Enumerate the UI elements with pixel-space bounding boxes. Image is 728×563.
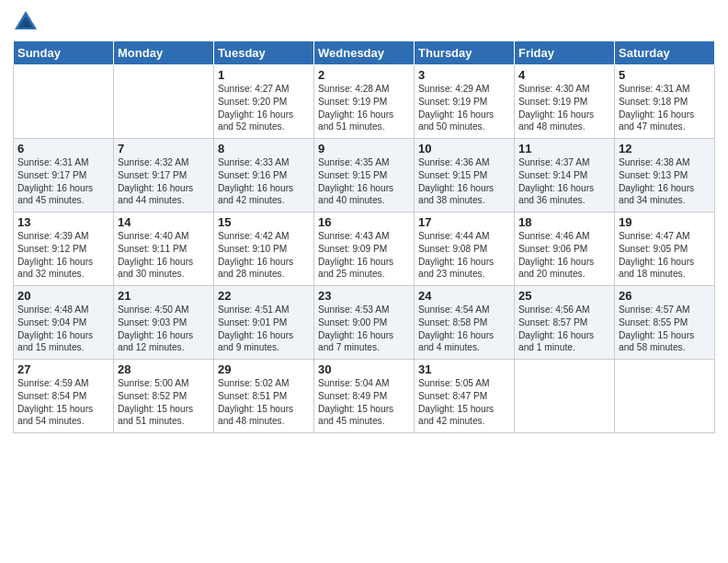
day-number: 18 bbox=[518, 215, 610, 229]
day-number: 6 bbox=[17, 142, 109, 155]
calendar-cell: 11Sunrise: 4:37 AM Sunset: 9:14 PM Dayli… bbox=[515, 139, 615, 213]
day-number: 25 bbox=[518, 289, 610, 303]
calendar-cell: 18Sunrise: 4:46 AM Sunset: 9:06 PM Dayli… bbox=[515, 213, 615, 286]
day-number: 29 bbox=[218, 362, 310, 376]
cell-info: Sunrise: 4:53 AM Sunset: 9:00 PM Dayligh… bbox=[318, 304, 410, 354]
cell-info: Sunrise: 4:44 AM Sunset: 9:08 PM Dayligh… bbox=[418, 230, 510, 281]
day-number: 7 bbox=[118, 142, 210, 155]
day-number: 28 bbox=[118, 362, 210, 376]
calendar-week-row: 1Sunrise: 4:27 AM Sunset: 9:20 PM Daylig… bbox=[14, 65, 715, 139]
calendar-cell: 5Sunrise: 4:31 AM Sunset: 9:18 PM Daylig… bbox=[615, 65, 715, 139]
cell-info: Sunrise: 4:50 AM Sunset: 9:03 PM Dayligh… bbox=[118, 304, 210, 354]
calendar-cell: 27Sunrise: 4:59 AM Sunset: 8:54 PM Dayli… bbox=[14, 360, 114, 433]
day-number: 2 bbox=[318, 68, 410, 82]
calendar-cell: 23Sunrise: 4:53 AM Sunset: 9:00 PM Dayli… bbox=[314, 286, 415, 360]
day-number: 1 bbox=[218, 68, 310, 82]
cell-info: Sunrise: 4:47 AM Sunset: 9:05 PM Dayligh… bbox=[619, 230, 711, 281]
calendar-cell: 31Sunrise: 5:05 AM Sunset: 8:47 PM Dayli… bbox=[415, 360, 515, 433]
day-number: 20 bbox=[17, 289, 109, 303]
cell-info: Sunrise: 4:38 AM Sunset: 9:13 PM Dayligh… bbox=[619, 156, 711, 207]
calendar-cell: 6Sunrise: 4:31 AM Sunset: 9:17 PM Daylig… bbox=[14, 139, 114, 213]
cell-info: Sunrise: 5:04 AM Sunset: 8:49 PM Dayligh… bbox=[318, 377, 410, 428]
calendar-cell: 4Sunrise: 4:30 AM Sunset: 9:19 PM Daylig… bbox=[515, 65, 615, 139]
day-number: 23 bbox=[318, 289, 410, 303]
day-number: 30 bbox=[318, 362, 410, 376]
calendar-table: SundayMondayTuesdayWednesdayThursdayFrid… bbox=[13, 40, 715, 433]
cell-info: Sunrise: 4:31 AM Sunset: 9:18 PM Dayligh… bbox=[619, 83, 711, 133]
calendar-cell: 13Sunrise: 4:39 AM Sunset: 9:12 PM Dayli… bbox=[14, 213, 114, 286]
day-number: 9 bbox=[318, 142, 410, 155]
cell-info: Sunrise: 4:32 AM Sunset: 9:17 PM Dayligh… bbox=[118, 156, 210, 207]
calendar-cell: 1Sunrise: 4:27 AM Sunset: 9:20 PM Daylig… bbox=[214, 65, 314, 139]
day-number: 15 bbox=[218, 215, 310, 229]
calendar-day-header: Saturday bbox=[615, 41, 715, 65]
cell-info: Sunrise: 4:29 AM Sunset: 9:19 PM Dayligh… bbox=[418, 83, 510, 133]
calendar-cell: 19Sunrise: 4:47 AM Sunset: 9:05 PM Dayli… bbox=[615, 213, 715, 286]
day-number: 5 bbox=[619, 68, 711, 82]
calendar-day-header: Wednesday bbox=[314, 41, 415, 65]
day-number: 21 bbox=[118, 289, 210, 303]
calendar-cell: 30Sunrise: 5:04 AM Sunset: 8:49 PM Dayli… bbox=[314, 360, 415, 433]
calendar-cell: 29Sunrise: 5:02 AM Sunset: 8:51 PM Dayli… bbox=[214, 360, 314, 433]
cell-info: Sunrise: 4:28 AM Sunset: 9:19 PM Dayligh… bbox=[318, 83, 410, 133]
day-number: 22 bbox=[218, 289, 310, 303]
cell-info: Sunrise: 4:59 AM Sunset: 8:54 PM Dayligh… bbox=[17, 377, 109, 428]
calendar-cell: 7Sunrise: 4:32 AM Sunset: 9:17 PM Daylig… bbox=[114, 139, 214, 213]
calendar-cell: 20Sunrise: 4:48 AM Sunset: 9:04 PM Dayli… bbox=[14, 286, 114, 360]
cell-info: Sunrise: 4:37 AM Sunset: 9:14 PM Dayligh… bbox=[518, 156, 610, 207]
calendar-cell: 14Sunrise: 4:40 AM Sunset: 9:11 PM Dayli… bbox=[114, 213, 214, 286]
day-number: 8 bbox=[218, 142, 310, 155]
calendar-cell: 16Sunrise: 4:43 AM Sunset: 9:09 PM Dayli… bbox=[314, 213, 415, 286]
cell-info: Sunrise: 5:02 AM Sunset: 8:51 PM Dayligh… bbox=[218, 377, 310, 428]
calendar-cell bbox=[515, 360, 615, 433]
calendar-day-header: Monday bbox=[114, 41, 214, 65]
calendar-cell: 25Sunrise: 4:56 AM Sunset: 8:57 PM Dayli… bbox=[515, 286, 615, 360]
cell-info: Sunrise: 4:54 AM Sunset: 8:58 PM Dayligh… bbox=[418, 304, 510, 354]
cell-info: Sunrise: 4:40 AM Sunset: 9:11 PM Dayligh… bbox=[118, 230, 210, 281]
day-number: 26 bbox=[619, 289, 711, 303]
calendar-cell: 26Sunrise: 4:57 AM Sunset: 8:55 PM Dayli… bbox=[615, 286, 715, 360]
calendar-cell: 22Sunrise: 4:51 AM Sunset: 9:01 PM Dayli… bbox=[214, 286, 314, 360]
logo bbox=[13, 9, 42, 35]
calendar-day-header: Sunday bbox=[14, 41, 114, 65]
cell-info: Sunrise: 5:00 AM Sunset: 8:52 PM Dayligh… bbox=[118, 377, 210, 428]
cell-info: Sunrise: 4:56 AM Sunset: 8:57 PM Dayligh… bbox=[518, 304, 610, 354]
day-number: 24 bbox=[418, 289, 510, 303]
day-number: 12 bbox=[619, 142, 711, 155]
cell-info: Sunrise: 4:43 AM Sunset: 9:09 PM Dayligh… bbox=[318, 230, 410, 281]
calendar-day-header: Friday bbox=[515, 41, 615, 65]
cell-info: Sunrise: 4:33 AM Sunset: 9:16 PM Dayligh… bbox=[218, 156, 310, 207]
calendar-day-header: Thursday bbox=[415, 41, 515, 65]
day-number: 11 bbox=[518, 142, 610, 155]
calendar-week-row: 13Sunrise: 4:39 AM Sunset: 9:12 PM Dayli… bbox=[14, 213, 715, 286]
calendar-cell: 28Sunrise: 5:00 AM Sunset: 8:52 PM Dayli… bbox=[114, 360, 214, 433]
cell-info: Sunrise: 4:27 AM Sunset: 9:20 PM Dayligh… bbox=[218, 83, 310, 133]
day-number: 10 bbox=[418, 142, 510, 155]
cell-info: Sunrise: 4:51 AM Sunset: 9:01 PM Dayligh… bbox=[218, 304, 310, 354]
cell-info: Sunrise: 4:48 AM Sunset: 9:04 PM Dayligh… bbox=[17, 304, 109, 354]
day-number: 16 bbox=[318, 215, 410, 229]
calendar-day-header: Tuesday bbox=[214, 41, 314, 65]
calendar-cell: 9Sunrise: 4:35 AM Sunset: 9:15 PM Daylig… bbox=[314, 139, 415, 213]
calendar-week-row: 6Sunrise: 4:31 AM Sunset: 9:17 PM Daylig… bbox=[14, 139, 715, 213]
calendar-cell: 10Sunrise: 4:36 AM Sunset: 9:15 PM Dayli… bbox=[415, 139, 515, 213]
calendar-cell: 21Sunrise: 4:50 AM Sunset: 9:03 PM Dayli… bbox=[114, 286, 214, 360]
calendar-week-row: 27Sunrise: 4:59 AM Sunset: 8:54 PM Dayli… bbox=[14, 360, 715, 433]
day-number: 4 bbox=[518, 68, 610, 82]
day-number: 27 bbox=[17, 362, 109, 376]
day-number: 31 bbox=[418, 362, 510, 376]
cell-info: Sunrise: 5:05 AM Sunset: 8:47 PM Dayligh… bbox=[418, 377, 510, 428]
calendar-cell: 2Sunrise: 4:28 AM Sunset: 9:19 PM Daylig… bbox=[314, 65, 415, 139]
cell-info: Sunrise: 4:42 AM Sunset: 9:10 PM Dayligh… bbox=[218, 230, 310, 281]
cell-info: Sunrise: 4:39 AM Sunset: 9:12 PM Dayligh… bbox=[17, 230, 109, 281]
calendar-cell: 12Sunrise: 4:38 AM Sunset: 9:13 PM Dayli… bbox=[615, 139, 715, 213]
day-number: 14 bbox=[118, 215, 210, 229]
cell-info: Sunrise: 4:36 AM Sunset: 9:15 PM Dayligh… bbox=[418, 156, 510, 207]
calendar-cell: 15Sunrise: 4:42 AM Sunset: 9:10 PM Dayli… bbox=[214, 213, 314, 286]
calendar-cell bbox=[114, 65, 214, 139]
day-number: 3 bbox=[418, 68, 510, 82]
calendar-cell: 8Sunrise: 4:33 AM Sunset: 9:16 PM Daylig… bbox=[214, 139, 314, 213]
calendar-cell bbox=[14, 65, 114, 139]
calendar-cell: 17Sunrise: 4:44 AM Sunset: 9:08 PM Dayli… bbox=[415, 213, 515, 286]
cell-info: Sunrise: 4:31 AM Sunset: 9:17 PM Dayligh… bbox=[17, 156, 109, 207]
